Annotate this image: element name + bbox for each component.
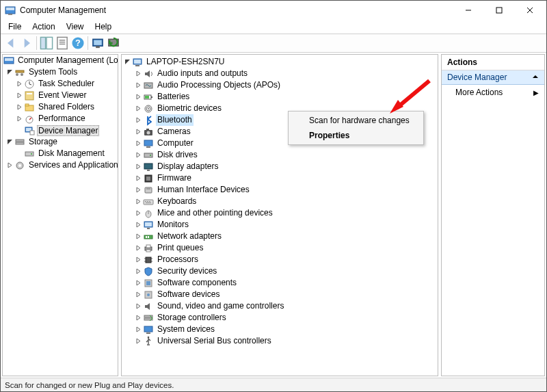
device-category[interactable]: Monitors: [156, 219, 190, 231]
show-hide-tree-button[interactable]: [39, 36, 54, 51]
device-category[interactable]: Computer: [156, 138, 195, 149]
category-icon: [143, 115, 154, 126]
scope-storage[interactable]: Storage: [27, 136, 59, 148]
expander-icon[interactable]: [15, 115, 23, 123]
computer-icon: [132, 57, 143, 68]
actions-more[interactable]: More Actions ▶: [442, 85, 544, 100]
expander-icon[interactable]: [134, 302, 142, 311]
expander-icon[interactable]: [123, 58, 131, 66]
expander-icon[interactable]: [134, 70, 142, 78]
device-category[interactable]: System devices: [156, 324, 216, 335]
close-button[interactable]: [514, 1, 545, 20]
expander-icon[interactable]: [134, 186, 142, 194]
svg-rect-21: [16, 70, 24, 73]
device-category[interactable]: Sound, video and game controllers: [156, 300, 285, 312]
expander-icon[interactable]: [134, 93, 142, 101]
expander-icon[interactable]: [15, 92, 23, 100]
expander-icon[interactable]: [134, 81, 142, 90]
actions-selected-label: Device Manager: [447, 73, 507, 82]
svg-rect-9: [57, 37, 67, 49]
context-properties[interactable]: Properties: [290, 128, 422, 143]
device-category[interactable]: Bluetooth: [156, 114, 194, 126]
expander-icon[interactable]: [134, 326, 142, 334]
expander-icon[interactable]: [134, 105, 142, 113]
expander-icon[interactable]: [15, 80, 23, 88]
menu-action[interactable]: Action: [27, 21, 59, 33]
device-root[interactable]: LAPTOP-ESH2SN7U: [145, 56, 226, 68]
scope-performance[interactable]: Performance: [37, 113, 87, 125]
body: Computer Management (Local) System Tools: [1, 53, 546, 378]
device-category[interactable]: Processors: [156, 254, 200, 265]
device-category[interactable]: Display adapters: [156, 161, 219, 172]
expander-icon[interactable]: [134, 128, 142, 136]
device-category[interactable]: Firmware: [156, 172, 193, 184]
properties-button[interactable]: [55, 36, 70, 51]
category-icon: [143, 208, 154, 219]
menu-view[interactable]: View: [62, 21, 89, 33]
device-category[interactable]: Print queues: [156, 242, 204, 254]
expander-icon[interactable]: [134, 337, 142, 345]
expander-icon[interactable]: [134, 151, 142, 159]
scope-tree[interactable]: Computer Management (Local) System Tools: [3, 55, 118, 376]
expander-icon[interactable]: [134, 163, 142, 171]
scope-event-viewer[interactable]: Event Viewer: [37, 90, 88, 101]
expander-icon[interactable]: [134, 244, 142, 252]
expander-icon[interactable]: [134, 256, 142, 264]
expander-icon[interactable]: [134, 174, 142, 183]
device-category[interactable]: Batteries: [156, 91, 191, 103]
scope-root[interactable]: Computer Management (Local): [16, 55, 118, 66]
scope-task-scheduler[interactable]: Task Scheduler: [37, 78, 96, 90]
device-category[interactable]: Universal Serial Bus controllers: [156, 335, 273, 347]
toolbar-separator: [88, 36, 88, 50]
toolbar-separator: [36, 36, 37, 50]
scope-disk-management[interactable]: Disk Management: [37, 148, 106, 159]
scan-hardware-button[interactable]: [90, 36, 105, 51]
expander-icon[interactable]: [134, 209, 142, 218]
device-category[interactable]: Software components: [156, 277, 238, 289]
expander-icon[interactable]: [5, 138, 14, 146]
expander-icon[interactable]: [134, 221, 142, 229]
device-category[interactable]: Security devices: [156, 265, 218, 277]
device-category[interactable]: Disk drives: [156, 149, 199, 161]
scope-device-manager[interactable]: Device Manager: [37, 125, 99, 136]
device-category[interactable]: Storage controllers: [156, 312, 228, 324]
expander-icon[interactable]: [134, 233, 142, 241]
scope-services-apps[interactable]: Services and Applications: [27, 159, 118, 171]
device-category[interactable]: Audio inputs and outputs: [156, 68, 249, 79]
device-category[interactable]: Biometric devices: [156, 103, 223, 114]
category-icon: [143, 254, 154, 265]
minimize-button[interactable]: [453, 1, 483, 20]
nav-forward-button[interactable]: [19, 36, 34, 51]
expander-icon[interactable]: [134, 291, 142, 299]
device-category[interactable]: Cameras: [156, 126, 192, 138]
collapse-icon[interactable]: [532, 73, 539, 82]
expander-icon[interactable]: [134, 267, 142, 276]
device-category[interactable]: Human Interface Devices: [156, 184, 251, 196]
svg-point-86: [147, 293, 150, 296]
expander-icon[interactable]: [15, 103, 23, 112]
expander-icon[interactable]: [134, 198, 142, 206]
maximize-button[interactable]: [483, 1, 514, 20]
scope-system-tools[interactable]: System Tools: [27, 66, 79, 78]
device-category[interactable]: Software devices: [156, 289, 221, 300]
svg-rect-52: [144, 140, 152, 146]
actions-selected[interactable]: Device Manager: [442, 70, 544, 85]
device-category[interactable]: Audio Processing Objects (APOs): [156, 79, 282, 91]
device-category[interactable]: Network adapters: [156, 231, 223, 242]
expander-icon[interactable]: [134, 279, 142, 287]
menu-help[interactable]: Help: [90, 21, 117, 33]
expander-icon[interactable]: [134, 116, 142, 125]
device-category[interactable]: Mice and other pointing devices: [156, 207, 274, 219]
expander-icon[interactable]: [5, 161, 14, 170]
expander-icon[interactable]: [5, 68, 14, 77]
scope-shared-folders[interactable]: Shared Folders: [37, 101, 96, 113]
menu-file[interactable]: File: [3, 21, 26, 33]
expander-icon[interactable]: [134, 314, 142, 322]
help-button[interactable]: ?: [70, 36, 85, 51]
nav-back-button[interactable]: [3, 36, 18, 51]
svg-point-48: [148, 108, 149, 109]
device-category[interactable]: Keyboards: [156, 196, 198, 207]
refresh-button[interactable]: [106, 36, 121, 51]
expander-icon[interactable]: [134, 140, 142, 148]
svg-rect-63: [145, 201, 146, 202]
